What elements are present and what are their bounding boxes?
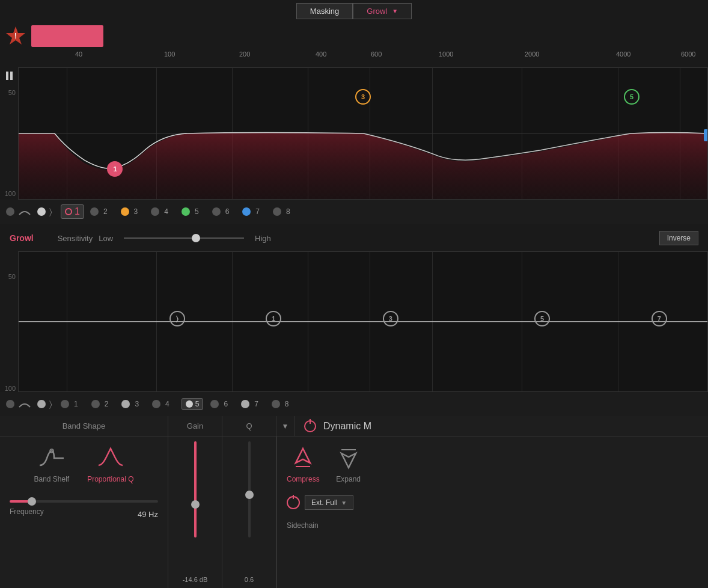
band-6-dot[interactable]	[212, 207, 221, 216]
alert-pink-block	[31, 25, 103, 47]
band2-4-dot[interactable]	[152, 400, 160, 408]
band2-dot-white[interactable]	[37, 400, 46, 408]
band2-3-dot[interactable]	[121, 400, 130, 408]
sensitivity-thumb[interactable]	[192, 234, 200, 242]
band-5-dot[interactable]	[182, 207, 190, 216]
band-6-label[interactable]: 6	[225, 207, 230, 216]
band-5-label[interactable]: 5	[195, 207, 199, 216]
expand-icon[interactable]: ▼	[276, 416, 294, 436]
band-handle-right[interactable]	[704, 129, 708, 141]
chevron-down-icon: ▼	[392, 8, 398, 14]
low-label: Low	[99, 234, 113, 243]
sidechain-section: Sidechain	[287, 519, 698, 530]
band2-8-dot[interactable]	[272, 400, 280, 408]
band-dot-off-1[interactable]	[6, 207, 14, 216]
band-chevron-icon[interactable]: 〉	[49, 207, 52, 217]
dynamic-area: Compress Expand Ext. Full ▼	[277, 436, 708, 588]
ext-full-row: Ext. Full ▼	[287, 495, 698, 510]
band2-6-dot[interactable]	[210, 400, 219, 408]
band-4-dot[interactable]	[151, 207, 159, 216]
eq2-band-arrow[interactable]: 〉	[169, 311, 185, 326]
alert-bar: !	[0, 22, 708, 51]
freq-200: 200	[239, 51, 250, 58]
freq-600: 600	[371, 51, 382, 58]
eq2-axis: 50 100	[0, 273, 18, 392]
band2-curve-icon[interactable]	[18, 400, 31, 408]
band2-1-label[interactable]: 1	[74, 400, 78, 408]
expand-button[interactable]: Expand	[334, 446, 363, 483]
gain-slider-container	[194, 441, 197, 537]
band2-8-label[interactable]: 8	[285, 400, 289, 408]
frequency-value: 49 Hz	[138, 510, 158, 519]
inverse-button[interactable]: Inverse	[659, 231, 698, 245]
growl-label: Growl	[367, 7, 387, 16]
q-thumb[interactable]	[245, 491, 254, 499]
band-shelf-button[interactable]: Band Shelf	[34, 446, 69, 483]
band-8-dot[interactable]	[273, 207, 281, 216]
band-handle-3[interactable]: 3	[355, 89, 371, 105]
band-curve-icon[interactable]	[18, 207, 31, 216]
gain-fill	[194, 504, 197, 537]
band-8-label[interactable]: 8	[286, 207, 290, 216]
ext-full-power-button[interactable]	[287, 496, 300, 509]
pause-icon	[6, 72, 13, 80]
compress-label: Compress	[287, 475, 320, 483]
q-header-label: Q	[246, 421, 252, 430]
band2-dot-off[interactable]	[6, 400, 14, 408]
band-2-dot[interactable]	[90, 207, 99, 216]
gain-value: -14.6 dB	[183, 576, 208, 583]
proportional-q-button[interactable]: Proportional Q	[87, 446, 133, 483]
band2-2-label[interactable]: 2	[105, 400, 109, 408]
gain-thumb[interactable]	[191, 500, 200, 509]
eq2-band-1[interactable]: 1	[266, 311, 281, 326]
expand-label: Expand	[336, 475, 361, 483]
eq2-band-7[interactable]: 7	[652, 311, 667, 326]
band2-5-label: 5	[195, 400, 200, 408]
eq-display-1[interactable]: 1 3 5	[18, 67, 708, 200]
band-3-dot[interactable]	[121, 207, 129, 216]
band-2-label[interactable]: 2	[103, 207, 108, 216]
masking-button[interactable]: Masking	[296, 3, 353, 19]
band2-2-dot[interactable]	[91, 400, 100, 408]
eq2-band-3[interactable]: 3	[383, 311, 398, 326]
eq-display-2[interactable]: 〉 1 3 5 7	[18, 251, 708, 392]
dynamic-m-label: Dynamic M	[323, 421, 371, 432]
band-1-dot	[65, 208, 72, 215]
alert-icon: !	[5, 25, 26, 47]
gain-header: Gain	[168, 416, 222, 436]
ext-full-dropdown[interactable]: Ext. Full ▼	[305, 495, 353, 510]
compress-button[interactable]: Compress	[287, 446, 320, 483]
gain-slider-track[interactable]	[194, 441, 197, 537]
band2-7-dot[interactable]	[241, 400, 249, 408]
band2-chevron-icon[interactable]: 〉	[49, 399, 52, 409]
band-handle-5[interactable]: 5	[624, 89, 639, 105]
band-dot-white-1[interactable]	[37, 207, 46, 216]
band2-4-label[interactable]: 4	[165, 400, 169, 408]
band2-5-selected[interactable]: 5	[182, 398, 204, 410]
dynamic-power-button[interactable]	[304, 420, 316, 432]
expand-icon	[334, 446, 363, 470]
band-shape-area: Band Shelf Proportional Q Frequency	[0, 436, 168, 588]
sensitivity-slider[interactable]	[124, 237, 244, 239]
ext-full-label: Ext. Full	[311, 498, 337, 507]
compress-icon	[288, 446, 317, 470]
band-handle-1[interactable]: 1	[107, 161, 123, 177]
proportional-q-icon	[96, 446, 125, 470]
frequency-section: Frequency 49 Hz	[10, 495, 158, 521]
q-slider-track[interactable]	[248, 441, 251, 537]
band-7-label[interactable]: 7	[255, 207, 260, 216]
growl-dropdown[interactable]: Growl ▼	[353, 3, 412, 19]
band2-7-label[interactable]: 7	[254, 400, 258, 408]
band2-6-label[interactable]: 6	[224, 400, 228, 408]
eq2-band-5[interactable]: 5	[534, 311, 550, 326]
band2-1-dot[interactable]	[61, 400, 69, 408]
band-3-label[interactable]: 3	[134, 207, 138, 216]
frequency-slider[interactable]	[10, 500, 158, 503]
band2-3-label[interactable]: 3	[135, 400, 139, 408]
pause-button[interactable]	[0, 67, 18, 84]
gain-header-label: Gain	[187, 421, 203, 430]
band-1-selected[interactable]: 1	[61, 204, 84, 219]
band-4-label[interactable]: 4	[164, 207, 168, 216]
frequency-thumb[interactable]	[28, 497, 36, 506]
band-7-dot[interactable]	[242, 207, 251, 216]
